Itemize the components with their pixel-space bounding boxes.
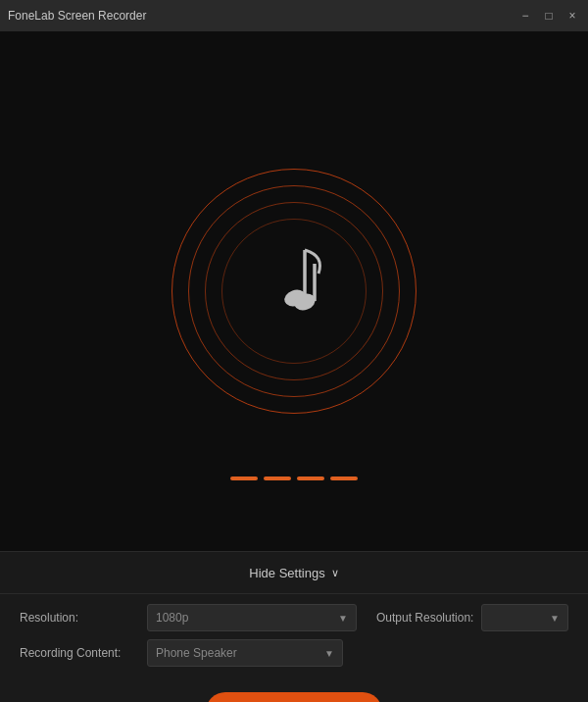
music-note-icon (260, 240, 328, 323)
title-bar: FoneLab Screen Recorder − □ × (0, 0, 588, 31)
sound-bars (230, 476, 358, 480)
close-button[interactable]: × (564, 8, 580, 24)
recording-content-select[interactable]: Phone Speaker ▼ (147, 639, 343, 667)
chevron-down-icon: ∨ (331, 567, 339, 579)
hide-settings-label: Hide Settings (249, 566, 324, 580)
resolution-chevron-icon: ▼ (338, 613, 348, 624)
recording-content-label: Recording Content: (20, 646, 147, 660)
window-controls: − □ × (517, 8, 580, 24)
output-resolution-chevron-icon: ▼ (550, 613, 560, 624)
resolution-label: Resolution: (20, 611, 147, 625)
app-title: FoneLab Screen Recorder (8, 9, 146, 23)
sound-bar-4 (330, 476, 358, 480)
resolution-row: Resolution: 1080p ▼ Output Resolution: ▼ (20, 604, 568, 631)
viz-container (167, 164, 421, 419)
recording-content-row: Recording Content: Phone Speaker ▼ (20, 639, 568, 667)
output-resolution-container: Output Resolution: ▼ (376, 604, 568, 631)
sound-bar-3 (297, 476, 324, 480)
output-resolution-label: Output Resolution: (376, 611, 473, 625)
output-resolution-select[interactable]: ▼ (481, 604, 568, 631)
record-button[interactable]: Record (206, 692, 382, 702)
recording-content-value: Phone Speaker (156, 646, 237, 660)
settings-panel: Resolution: 1080p ▼ Output Resolution: ▼… (0, 594, 588, 684)
recording-content-chevron-icon: ▼ (324, 648, 334, 659)
resolution-value: 1080p (156, 611, 188, 625)
resolution-select[interactable]: 1080p ▼ (147, 604, 357, 631)
sound-bar-1 (230, 476, 258, 480)
sound-bar-2 (264, 476, 291, 480)
hide-settings-bar[interactable]: Hide Settings ∨ (0, 551, 588, 594)
record-bar: Record ≡ Recording history (0, 684, 588, 702)
main-visualization-area (0, 31, 588, 551)
minimize-button[interactable]: − (517, 8, 533, 24)
maximize-button[interactable]: □ (541, 8, 557, 24)
